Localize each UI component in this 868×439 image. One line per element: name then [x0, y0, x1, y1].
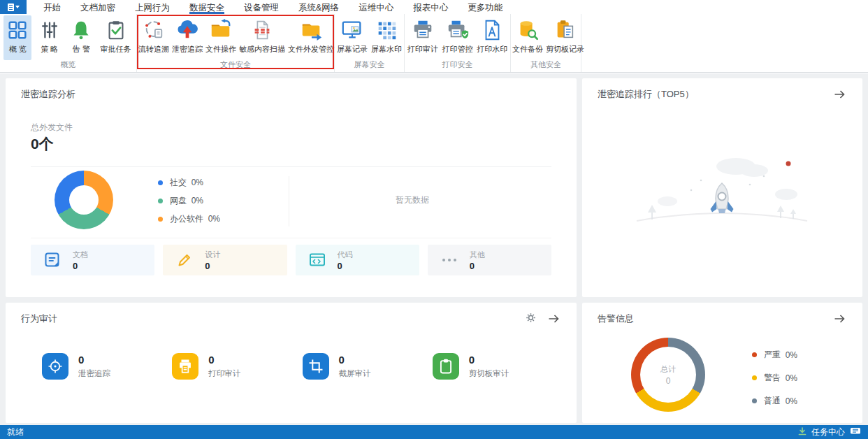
ribbon-item-label: 屏幕记录 [337, 44, 368, 55]
empty-state-illustration [631, 148, 813, 235]
ribbon-item-screen-record[interactable]: 屏幕记录 [335, 15, 369, 60]
legend-item-office-software: 办公软件 0% [158, 210, 220, 228]
legend-item-netdisk: 网盘 0% [158, 192, 220, 210]
ribbon-item-circulation-trace[interactable]: 流转追溯 [137, 15, 171, 60]
ribbon-group-label: 打印安全 [405, 59, 510, 70]
printer-icon [172, 353, 198, 380]
panel-title: 告警信息 [598, 312, 634, 325]
crop-icon [303, 353, 329, 380]
ribbon-item-policy[interactable]: 策 略 [36, 15, 64, 60]
legend-value: 0% [208, 214, 220, 224]
no-data-text: 暂无数据 [292, 194, 533, 206]
ribbon-item-print-audit[interactable]: 打印审计 [406, 15, 440, 60]
panel-alerts: 告警信息 总计 0 严重 0% 警告 0% [582, 303, 862, 423]
circulation-icon [141, 17, 166, 43]
tab-report-center[interactable]: 报表中心 [413, 0, 448, 14]
legend-dot-slate [752, 398, 757, 403]
screen-watermark-icon [374, 17, 399, 43]
monitor-icon [850, 426, 861, 438]
ribbon-item-print-watermark[interactable]: 打印水印 [475, 15, 509, 60]
alerts-center-value: 0 [666, 376, 671, 386]
task-center-button[interactable]: 任务中心 [798, 426, 861, 438]
audit-value: 0 [78, 354, 110, 366]
card-value: 0 [205, 261, 220, 271]
panel-title: 泄密追踪分析 [21, 88, 75, 101]
status-bar: 就绪 任务中心 [0, 425, 868, 439]
ribbon-item-leak-trace[interactable]: 泄密追踪 [171, 15, 204, 60]
divider [31, 166, 551, 167]
ribbon-item-label: 剪切板记录 [546, 44, 584, 55]
database-search-icon [515, 17, 540, 43]
file-type-cards: 文档0 设计0 代码0 [31, 245, 551, 275]
ribbon-item-label: 打印水印 [477, 44, 507, 55]
ribbon-item-file-outgoing-control[interactable]: 文件外发管控 [287, 15, 335, 60]
legend-label: 办公软件 [170, 213, 203, 225]
card-design: 设计0 [163, 245, 287, 275]
ellipsis-icon [440, 251, 458, 269]
tab-ops-center[interactable]: 运维中心 [359, 0, 393, 14]
audit-label: 截屏审计 [339, 368, 371, 379]
tab-start[interactable]: 开始 [43, 0, 61, 14]
ribbon-item-overview[interactable]: 概 览 [3, 15, 31, 60]
audit-item-leak-trace: 0泄密追踪 [42, 353, 172, 380]
ribbon-item-file-backup[interactable]: 文件备份 [511, 15, 544, 60]
ribbon-group-label: 其他安全 [511, 59, 581, 70]
ribbon-item-sensitive-content-scan[interactable]: 敏感内容扫描 [238, 15, 287, 60]
card-value: 0 [338, 261, 353, 271]
ribbon-item-label: 泄密追踪 [172, 44, 203, 55]
ribbon-group-other-security: 文件备份 剪切板记录 其他安全 [511, 14, 581, 72]
alerts-center-label: 总计 [660, 364, 676, 375]
clipboard-doc-icon [553, 17, 578, 43]
card-label: 文档 [73, 250, 88, 260]
ribbon-item-file-operations[interactable]: 文件操作 [204, 15, 238, 60]
ribbon-group-label: 屏幕安全 [335, 59, 404, 70]
legend-dot-blue [158, 180, 163, 185]
code-window-icon [308, 251, 326, 269]
ribbon-item-label: 屏幕水印 [371, 44, 402, 55]
ribbon-item-screen-watermark[interactable]: 屏幕水印 [370, 15, 403, 60]
app-menu-button[interactable] [0, 0, 27, 14]
audit-item-clipboard-audit: 0剪切板审计 [433, 353, 563, 380]
ribbon-item-approval-tasks[interactable]: 审批任务 [99, 15, 133, 60]
audit-label: 打印审计 [208, 368, 240, 379]
card-label: 设计 [205, 250, 220, 260]
ribbon-item-label: 概 览 [9, 44, 27, 55]
arrow-right-icon[interactable] [547, 312, 560, 328]
ribbon-item-label: 打印审计 [407, 44, 438, 55]
panel-trace-analysis: 泄密追踪分析 总外发文件 0个 社交 0% 网盘 0% 办公软件 0% [6, 78, 577, 297]
tab-device-management[interactable]: 设备管理 [244, 0, 279, 14]
app-window: 开始 文档加密 上网行为 数据安全 设备管理 系统&网络 运维中心 报表中心 更… [0, 0, 868, 439]
tab-more-features[interactable]: 更多功能 [468, 0, 502, 14]
audit-value: 0 [469, 354, 509, 366]
bell-icon [68, 17, 94, 43]
legend-label: 普通 [764, 395, 781, 407]
tab-system-network[interactable]: 系统&网络 [298, 0, 339, 14]
ribbon-item-label: 策 略 [41, 44, 58, 55]
ribbon-item-label: 告 警 [73, 44, 90, 55]
target-icon [42, 353, 68, 380]
legend-value: 0% [786, 373, 797, 383]
arrow-right-icon[interactable] [833, 88, 846, 103]
tab-data-security[interactable]: 数据安全 [189, 0, 224, 14]
ribbon-item-label: 流转追溯 [138, 44, 169, 55]
arrow-right-icon[interactable] [833, 312, 846, 328]
tab-doc-encryption[interactable]: 文档加密 [80, 0, 115, 14]
ribbon-item-label: 打印管控 [442, 44, 473, 55]
pencil-icon [175, 251, 194, 269]
legend-value: 0% [191, 178, 203, 187]
ribbon-item-clipboard-record[interactable]: 剪切板记录 [544, 15, 586, 60]
gear-icon[interactable] [526, 312, 536, 326]
panel-title: 行为审计 [21, 312, 57, 325]
total-outgoing-label: 总外发文件 [31, 122, 73, 134]
card-value: 0 [73, 261, 88, 271]
ribbon-item-alarm[interactable]: 告 警 [67, 15, 95, 60]
ribbon-toolbar: 概 览 策 略 告 警 [0, 14, 868, 73]
ribbon-group-print-security: 打印审计 打印管控 打印水印 打印安全 [405, 14, 511, 72]
ribbon-item-label: 文件操作 [205, 44, 236, 55]
tab-web-behavior[interactable]: 上网行为 [135, 0, 170, 14]
audit-item-print-audit: 0打印审计 [172, 353, 302, 380]
ribbon-item-print-control[interactable]: 打印管控 [441, 15, 475, 60]
card-other: 其他0 [428, 245, 551, 275]
app-logo-icon [8, 3, 14, 11]
card-value: 0 [470, 261, 485, 271]
